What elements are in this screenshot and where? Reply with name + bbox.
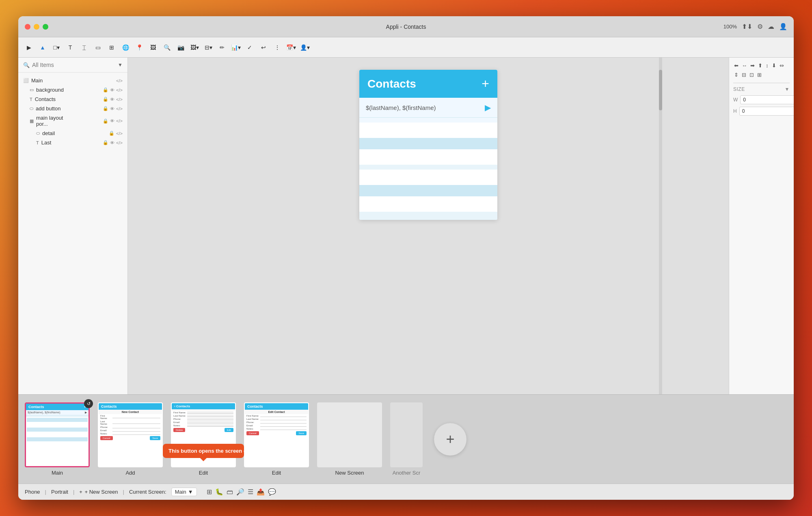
screen-thumb-new[interactable]: New Screen: [317, 402, 382, 476]
thumb-title-main: Contacts: [28, 405, 44, 409]
canvas-scrollbar-thumb[interactable]: [659, 70, 662, 110]
screen-thumb-img-add[interactable]: Contacts New Contact First Name: Last Na…: [98, 402, 163, 467]
maximize-button[interactable]: [43, 24, 48, 30]
tree-item-layout[interactable]: ▦ main layout por... 🔒 👁 </>: [18, 113, 127, 129]
canvas-scrollbar[interactable]: [659, 58, 662, 394]
search-input[interactable]: [32, 62, 115, 68]
eye-icon-last[interactable]: 👁: [110, 140, 114, 145]
same-size-icon[interactable]: ⊞: [756, 71, 762, 79]
image-tool[interactable]: 🖼: [147, 42, 159, 53]
rect-tool[interactable]: □▾: [51, 42, 62, 53]
eye-icon-bg[interactable]: 👁: [110, 88, 114, 92]
code-icon-contacts[interactable]: </>: [116, 97, 123, 102]
lock-icon-bg[interactable]: 🔒: [103, 87, 108, 92]
calendar-tool[interactable]: 📅▾: [285, 42, 297, 53]
play-button[interactable]: ▶: [23, 42, 35, 53]
camera-tool[interactable]: 📷: [175, 42, 186, 53]
code-icon-add[interactable]: </>: [116, 106, 123, 111]
table-tool[interactable]: ⊞: [106, 42, 117, 53]
chart-tool[interactable]: 📊▾: [230, 42, 242, 53]
width-input[interactable]: [740, 95, 794, 104]
field-tool[interactable]: ⌶: [78, 42, 90, 53]
comment-icon[interactable]: 💬: [268, 488, 276, 496]
lock-icon-layout[interactable]: 🔒: [103, 118, 108, 124]
search-data-icon[interactable]: 🔎: [236, 488, 244, 496]
analytics-tool[interactable]: ⋮: [272, 42, 283, 53]
align-center-h-icon[interactable]: ↔: [741, 62, 748, 69]
eye-icon-contacts[interactable]: 👁: [110, 97, 114, 102]
thumb-label-fn: First Name:: [100, 415, 112, 419]
align-left-icon[interactable]: ⬅: [733, 62, 739, 69]
bug-icon[interactable]: 🐛: [215, 488, 223, 496]
oval-tool[interactable]: ▭: [92, 42, 104, 53]
tree-item-background[interactable]: ▭ background 🔒 👁 </>: [18, 85, 127, 95]
eye-icon-layout[interactable]: 👁: [110, 118, 114, 123]
screen-thumb-img-main[interactable]: Contacts + $(lastName), $(firstName) ▶: [25, 402, 90, 467]
size-expand-icon[interactable]: ▼: [785, 86, 790, 92]
list-icon[interactable]: ☰: [248, 488, 253, 496]
container-tool[interactable]: ⊟▾: [203, 42, 214, 53]
screen-thumb-add[interactable]: Contacts New Contact First Name: Last Na…: [98, 402, 163, 476]
tree-item-main[interactable]: ⬜ Main </>: [18, 76, 127, 85]
grid-icon[interactable]: ⊞: [207, 488, 212, 496]
screen-thumb-img-another[interactable]: [390, 402, 423, 467]
tree-item-contacts[interactable]: T Contacts 🔒 👁 </>: [18, 95, 127, 104]
web-tool[interactable]: 🌐: [120, 42, 131, 53]
export-icon[interactable]: 📤: [257, 488, 265, 496]
contacts-list-row[interactable]: $(lastName), $(firstName) ▶: [359, 98, 497, 118]
code-icon-bg[interactable]: </>: [116, 88, 123, 92]
gear-icon[interactable]: ⚙: [757, 23, 763, 30]
align-middle-v-icon[interactable]: ↕: [765, 62, 769, 69]
screen-thumb-img-new[interactable]: [317, 402, 382, 467]
lock-icon-contacts[interactable]: 🔒: [103, 97, 108, 102]
canvas-area[interactable]: Contacts + $(lastName), $(firstName) ▶: [128, 58, 729, 394]
cloud-icon[interactable]: ☁: [768, 23, 774, 30]
tree-item-detail[interactable]: ⬭ detail 🔒 </>: [18, 129, 127, 138]
code-icon-detail[interactable]: </>: [116, 131, 123, 136]
code-icon-main[interactable]: </>: [116, 78, 123, 83]
code-icon-last[interactable]: </>: [116, 140, 123, 145]
search-dropdown-icon[interactable]: ▼: [118, 62, 123, 68]
zoom-stepper[interactable]: ⬆⬇: [742, 23, 752, 30]
tree-item-last[interactable]: T Last 🔒 👁 </>: [18, 138, 127, 147]
chain-tool[interactable]: ↩: [258, 42, 269, 53]
height-input[interactable]: [739, 107, 794, 116]
same-width-icon[interactable]: ⊟: [741, 71, 747, 79]
lock-icon-detail[interactable]: 🔒: [109, 131, 114, 136]
screen-thumb-edit2[interactable]: Contacts Edit Contact First Name: Last N…: [244, 402, 309, 476]
pin-tool[interactable]: 📍: [134, 42, 145, 53]
edit-tool[interactable]: ✏: [216, 42, 228, 53]
user-icon[interactable]: 👤: [779, 23, 787, 30]
align-right-icon[interactable]: ➡: [749, 62, 756, 69]
minimize-button[interactable]: [34, 24, 39, 30]
lock-icon-last[interactable]: 🔒: [103, 140, 108, 145]
pointer-tool[interactable]: ▲: [37, 42, 48, 53]
screen-label-main: Main: [52, 470, 63, 476]
screen-thumb-img-edit2[interactable]: Contacts Edit Contact First Name: Last N…: [244, 402, 309, 467]
align-bottom-icon[interactable]: ⬇: [771, 62, 777, 69]
screen-thumb-another[interactable]: Another Scr: [390, 402, 423, 476]
user-tool[interactable]: 👤▾: [299, 42, 311, 53]
screen-thumb-edit1[interactable]: ‹ Contacts First Name: Last Name: Phone:…: [171, 402, 236, 476]
screen-thumb-main[interactable]: Contacts + $(lastName), $(firstName) ▶ ↺…: [25, 402, 90, 476]
contacts-add-button[interactable]: +: [482, 76, 489, 91]
lock-icon-add[interactable]: 🔒: [103, 106, 108, 111]
right-panel-size-section: SIZE ▼ W H: [733, 83, 790, 116]
tree-item-add-button[interactable]: ⬭ add button 🔒 👁 </>: [18, 104, 127, 113]
add-screen-button[interactable]: +: [434, 423, 466, 456]
search-tool[interactable]: 🔍: [161, 42, 173, 53]
same-height-icon[interactable]: ⊡: [749, 71, 755, 79]
code-icon-layout[interactable]: </>: [116, 118, 123, 123]
new-screen-button[interactable]: + + New Screen: [79, 489, 118, 495]
text-tool[interactable]: T: [65, 42, 76, 53]
current-screen-select[interactable]: Main ▼: [171, 488, 197, 496]
database-icon[interactable]: 🗃: [227, 488, 233, 496]
media-tool[interactable]: 🖼▾: [189, 42, 200, 53]
thumb-label-em: Email:: [100, 429, 112, 432]
distribute-h-icon[interactable]: ⇔: [779, 62, 785, 69]
check-tool[interactable]: ✓: [244, 42, 255, 53]
distribute-v-icon[interactable]: ⇕: [733, 71, 739, 79]
eye-icon-add[interactable]: 👁: [110, 106, 114, 111]
close-button[interactable]: [25, 24, 30, 30]
align-top-icon[interactable]: ⬆: [757, 62, 763, 69]
